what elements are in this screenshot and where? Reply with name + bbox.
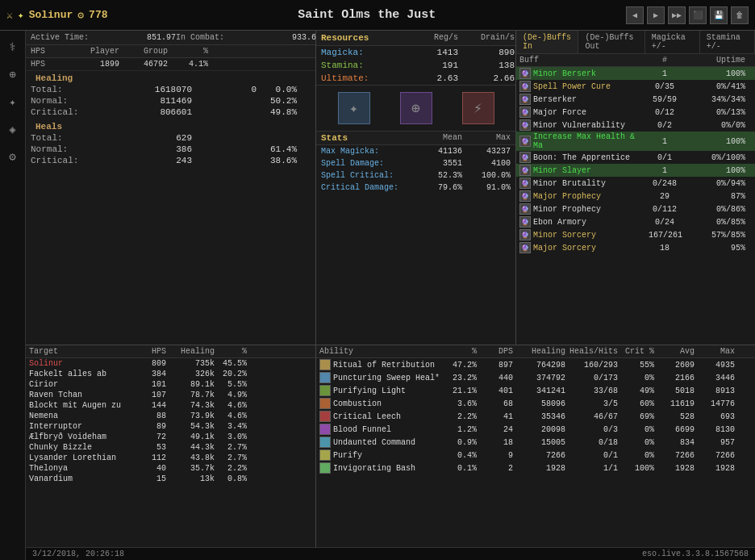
col-uptime: Uptime	[681, 56, 745, 65]
target-row: Thelonya 40 35.7k 2.2%	[26, 463, 315, 474]
ultimate-label: Ultimate:	[321, 73, 402, 83]
target-row: Nemena 88 73.9k 4.6%	[26, 411, 315, 421]
buff-name-text: Major Force	[533, 108, 586, 117]
record-button[interactable]: ⬛	[689, 6, 707, 24]
target-name: Ælfbryð Voideham	[29, 433, 134, 441]
buff-name-text: Minor Brutality	[533, 179, 606, 188]
ability-row: Purify 0.4% 9 7266 0/1 0% 7266 7266	[316, 449, 755, 462]
target-row: Lysander Lorethian 112 43.8k 2.7%	[26, 453, 315, 463]
sidebar-icon-2[interactable]: ⊕	[3, 65, 23, 84]
ability-crit: 0%	[618, 374, 654, 382]
target-name: Raven Tchan	[29, 391, 134, 399]
magicka-label: Magicka:	[321, 48, 402, 57]
buff-count: 18	[649, 244, 681, 253]
ability-name-cell: Critical Leech	[319, 411, 444, 422]
sidebar-icon-4[interactable]: ◈	[3, 119, 23, 139]
buff-count: 0/248	[649, 179, 681, 188]
buff-uptime: 100%	[681, 137, 745, 146]
buff-tab-0[interactable]: (De-)Buffs In	[516, 31, 578, 53]
target-pct: 2.7%	[215, 443, 247, 452]
ability-pct: 0.1%	[444, 464, 477, 473]
heals-normal-row: Normal: 386 61.4%	[26, 144, 315, 155]
ability-row: Undaunted Command 0.9% 18 15005 0/18 0% …	[316, 436, 755, 449]
healing-title: Healing	[26, 71, 315, 84]
target-row: Vanardium 15 13k 0.8%	[26, 474, 315, 484]
stamina-drain: 138	[458, 61, 515, 70]
target-pct: 2.7%	[215, 453, 247, 462]
target-healing: 78.7k	[166, 391, 215, 399]
ability-dps: 440	[477, 374, 513, 382]
target-hps: 72	[134, 433, 166, 441]
target-pct: 4.6%	[215, 412, 247, 420]
buff-tab-2[interactable]: Magicka +/-	[645, 31, 700, 53]
target-hps: 15	[134, 474, 166, 483]
buff-uptime: 100%	[681, 166, 745, 175]
save-button[interactable]: 💾	[710, 6, 728, 24]
left-sidebar: ⚕ ⊕ ✦ ◈ ⚙	[0, 31, 26, 560]
buff-name-text: Ebon Armory	[533, 218, 586, 227]
ability-avg: 7266	[654, 451, 695, 460]
ability-row: Purifying Light 21.1% 401 341241 33/68 4…	[316, 384, 755, 397]
ability-crit: 49%	[618, 387, 654, 395]
ability-dps: 401	[477, 387, 513, 395]
delete-button[interactable]: 🗑	[731, 6, 749, 24]
fast-forward-button[interactable]: ▶▶	[668, 6, 686, 24]
window-title: Saint Olms the Just	[108, 8, 627, 22]
ability-healshits: 46/67	[565, 412, 618, 421]
stamina-row: Stamina: 191 138	[316, 59, 515, 72]
mid-panel: Resources Reg/s Drain/s Magicka: 1413 89…	[316, 31, 516, 345]
hps-row: HPS 1899 46792 4.1%	[26, 58, 315, 71]
buff-uptime: 34%/34%	[681, 95, 745, 104]
target-pct: 4.6%	[215, 401, 247, 410]
ability-max: 3446	[695, 374, 735, 382]
ability-name-cell: Combustion	[319, 398, 444, 409]
col-pct: %	[215, 347, 247, 356]
ability-icon	[319, 424, 331, 435]
ability-name: Combustion	[333, 399, 382, 408]
ability-name-cell: Ritual of Retribution	[319, 359, 444, 370]
buff-icon: 🔮	[519, 216, 531, 228]
prev-button[interactable]: ◀	[626, 6, 644, 24]
ability-name: Blood Funnel	[333, 425, 391, 434]
ability-row: Critical Leech 2.2% 41 35346 46/67 69% 5…	[316, 410, 755, 423]
time-row: Active Time: 851.97 In Combat: 933.62	[26, 31, 315, 45]
ability-healing: 20098	[513, 425, 565, 434]
sidebar-icon-1[interactable]: ⚕	[3, 37, 23, 56]
ability-avg: 1928	[654, 464, 695, 473]
footer: 3/12/2018, 20:26:18 eso.live.3.3.8.15675…	[26, 547, 755, 560]
col-healing: Healing	[166, 347, 215, 356]
ability-avg: 6699	[654, 425, 695, 434]
ability-crit: 0%	[618, 425, 654, 434]
ability-row: Ritual of Retribution 47.2% 897 764298 1…	[316, 358, 755, 371]
target-healing: 13k	[166, 474, 215, 483]
buff-rows: 🔮 Minor Berserk 1 100% 🔮 Spell Power Cur…	[516, 67, 755, 345]
buff-count: 59/59	[649, 95, 681, 104]
col-hps: HPS	[134, 347, 166, 356]
buffs-panel: (De-)Buffs In(De-)Buffs OutMagicka +/-St…	[516, 31, 755, 345]
ability-healing: 35346	[513, 412, 565, 421]
play-button[interactable]: ▶	[647, 6, 665, 24]
buff-row: 🔮 Minor Prophecy 0/112 0%/86%	[516, 203, 755, 215]
ability-icon-3: ⚡	[462, 92, 494, 124]
buff-row: 🔮 Berserker 59/59 34%/34%	[516, 93, 755, 106]
ability-name-cell: Undaunted Command	[319, 437, 444, 448]
buff-icon: 🔮	[519, 136, 531, 147]
abilities-header: Ability % DPS Healing Heals/Hits Crit % …	[316, 345, 755, 358]
ability-dps: 68	[477, 399, 513, 408]
sidebar-icon-5[interactable]: ⚙	[3, 147, 23, 166]
buff-tab-3[interactable]: Stamina +/-	[700, 31, 755, 53]
col-dps: DPS	[477, 347, 513, 356]
target-pct: 20.2%	[215, 370, 247, 378]
ability-crit: 60%	[618, 399, 654, 408]
buff-count: 167/261	[649, 231, 681, 240]
stat-mean: 41136	[414, 147, 462, 156]
buff-uptime: 0%/0%	[681, 121, 745, 130]
character-name: Solinur	[29, 9, 73, 21]
sidebar-icon-3[interactable]: ✦	[3, 92, 23, 111]
buff-tab-1[interactable]: (De-)Buffs Out	[578, 31, 644, 53]
target-row: Cirior 101 89.1k 5.5%	[26, 379, 315, 390]
target-pct: 2.2%	[215, 464, 247, 473]
buff-row: 🔮 Major Sorcery 18 95%	[516, 241, 755, 254]
target-hps: 40	[134, 464, 166, 473]
buff-icon: 🔮	[519, 152, 531, 163]
